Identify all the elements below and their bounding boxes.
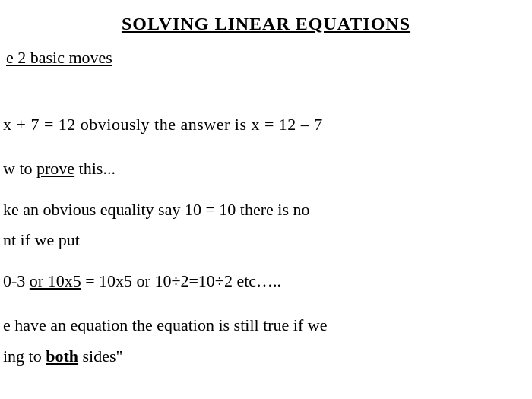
heading-row: e 2 basic moves [3, 48, 532, 90]
equation-true-text: e have an equation the equation is still… [3, 315, 327, 334]
both-sides-rest: sides" [78, 347, 122, 366]
page: SOLVING LINEAR EQUATIONS e 2 basic moves… [0, 8, 532, 399]
or-line: 0-3 or 10x5 = 10x5 or 10÷2=10÷2 etc….. [3, 268, 532, 294]
equation-line: x + 7 = 12 obviously the answer is x = 1… [3, 112, 532, 138]
equality-text: ke an obvious equality say 10 = 10 there… [3, 200, 309, 219]
both-sides-line: ing to both sides" [3, 344, 532, 369]
if-we-put-line: nt if we put [3, 227, 532, 253]
equality-line: ke an obvious equality say 10 = 10 there… [3, 197, 532, 223]
spacer2 [3, 186, 532, 197]
equation-true-line: e have an equation the equation is still… [3, 312, 532, 338]
title-row: SOLVING LINEAR EQUATIONS [0, 14, 532, 34]
spacer3 [3, 258, 532, 268]
spacer4 [3, 302, 532, 312]
page-title: SOLVING LINEAR EQUATIONS [122, 14, 410, 33]
prove-suffix: this... [74, 159, 116, 178]
prove-prefix: w to [3, 159, 36, 178]
or-prefix: 0-3 [3, 271, 30, 290]
or-underline: or 10x5 [30, 271, 81, 290]
section-heading: e 2 basic moves [6, 48, 112, 68]
or-rest: = 10x5 or 10÷2=10÷2 etc….. [81, 271, 281, 290]
both-word: both [46, 347, 78, 366]
prove-line: w to prove this... [3, 156, 532, 182]
content-block: x + 7 = 12 obviously the answer is x = 1… [3, 112, 532, 369]
if-we-put-text: nt if we put [3, 230, 80, 249]
spacer1 [3, 145, 532, 156]
prove-word: prove [36, 159, 74, 178]
equation-text: x + 7 = 12 obviously the answer is x = 1… [3, 115, 323, 134]
both-sides-prefix: ing to [3, 347, 46, 366]
